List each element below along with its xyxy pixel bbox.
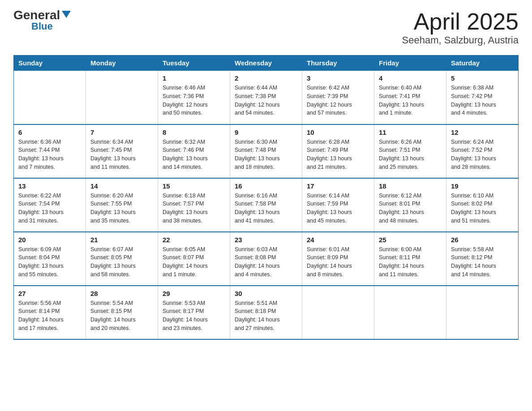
calendar-cell: 20Sunrise: 6:09 AMSunset: 8:04 PMDayligh… — [14, 232, 86, 286]
calendar-week-3: 13Sunrise: 6:22 AMSunset: 7:54 PMDayligh… — [14, 178, 519, 232]
day-number: 1 — [163, 74, 225, 82]
calendar-week-1: 1Sunrise: 6:46 AMSunset: 7:36 PMDaylight… — [14, 71, 519, 124]
day-number: 27 — [18, 290, 81, 297]
day-number: 23 — [235, 236, 297, 244]
day-number: 7 — [90, 128, 153, 136]
day-info: Sunrise: 6:24 AMSunset: 7:52 PMDaylight:… — [451, 138, 514, 171]
calendar-cell: 23Sunrise: 6:03 AMSunset: 8:08 PMDayligh… — [230, 232, 302, 286]
day-number: 13 — [18, 182, 81, 190]
day-number: 17 — [307, 182, 369, 190]
day-number: 19 — [451, 182, 514, 190]
day-info: Sunrise: 6:30 AMSunset: 7:48 PMDaylight:… — [235, 138, 297, 171]
day-number: 2 — [235, 74, 297, 82]
day-number: 28 — [90, 290, 153, 297]
day-info: Sunrise: 5:51 AMSunset: 8:18 PMDaylight:… — [235, 299, 297, 333]
page-header: General Blue April 2025 Seeham, Salzburg… — [13, 9, 519, 46]
day-info: Sunrise: 6:38 AMSunset: 7:42 PMDaylight:… — [451, 84, 514, 117]
column-header-tuesday: Tuesday — [158, 56, 230, 71]
day-number: 15 — [163, 182, 225, 190]
day-info: Sunrise: 6:01 AMSunset: 8:09 PMDaylight:… — [307, 245, 369, 279]
calendar-table: SundayMondayTuesdayWednesdayThursdayFrid… — [13, 55, 519, 340]
day-info: Sunrise: 5:56 AMSunset: 8:14 PMDaylight:… — [18, 299, 81, 333]
day-number: 26 — [451, 236, 514, 244]
day-info: Sunrise: 5:54 AMSunset: 8:15 PMDaylight:… — [90, 299, 153, 333]
day-info: Sunrise: 6:22 AMSunset: 7:54 PMDaylight:… — [18, 192, 81, 225]
day-info: Sunrise: 5:58 AMSunset: 8:12 PMDaylight:… — [451, 245, 514, 279]
logo-general-text: General — [13, 9, 60, 21]
calendar-cell: 1Sunrise: 6:46 AMSunset: 7:36 PMDaylight… — [158, 71, 230, 124]
day-info: Sunrise: 6:03 AMSunset: 8:08 PMDaylight:… — [235, 245, 297, 279]
day-number: 11 — [379, 128, 442, 136]
day-info: Sunrise: 6:36 AMSunset: 7:44 PMDaylight:… — [18, 138, 81, 171]
calendar-cell: 24Sunrise: 6:01 AMSunset: 8:09 PMDayligh… — [302, 232, 374, 286]
logo-blue-text: Blue — [31, 21, 53, 31]
calendar-cell: 28Sunrise: 5:54 AMSunset: 8:15 PMDayligh… — [86, 286, 158, 339]
column-header-thursday: Thursday — [302, 56, 374, 71]
day-info: Sunrise: 6:28 AMSunset: 7:49 PMDaylight:… — [307, 138, 369, 171]
calendar-cell: 7Sunrise: 6:34 AMSunset: 7:45 PMDaylight… — [86, 124, 158, 178]
day-number: 18 — [379, 182, 442, 190]
calendar-cell: 2Sunrise: 6:44 AMSunset: 7:38 PMDaylight… — [230, 71, 302, 124]
day-number: 21 — [90, 236, 153, 244]
calendar-week-4: 20Sunrise: 6:09 AMSunset: 8:04 PMDayligh… — [14, 232, 519, 286]
day-info: Sunrise: 6:20 AMSunset: 7:55 PMDaylight:… — [90, 192, 153, 225]
column-header-friday: Friday — [374, 56, 446, 71]
calendar-cell: 10Sunrise: 6:28 AMSunset: 7:49 PMDayligh… — [302, 124, 374, 178]
calendar-cell: 11Sunrise: 6:26 AMSunset: 7:51 PMDayligh… — [374, 124, 446, 178]
day-info: Sunrise: 6:32 AMSunset: 7:46 PMDaylight:… — [163, 138, 225, 171]
title-block: April 2025 Seeham, Salzburg, Austria — [402, 9, 519, 46]
day-info: Sunrise: 5:53 AMSunset: 8:17 PMDaylight:… — [163, 299, 225, 333]
calendar-cell: 6Sunrise: 6:36 AMSunset: 7:44 PMDaylight… — [14, 124, 86, 178]
calendar-cell — [14, 71, 86, 124]
day-info: Sunrise: 6:00 AMSunset: 8:11 PMDaylight:… — [379, 245, 442, 279]
day-info: Sunrise: 6:05 AMSunset: 8:07 PMDaylight:… — [163, 245, 225, 279]
day-number: 22 — [163, 236, 225, 244]
calendar-cell: 16Sunrise: 6:16 AMSunset: 7:58 PMDayligh… — [230, 178, 302, 232]
column-header-monday: Monday — [86, 56, 158, 71]
day-number: 12 — [451, 128, 514, 136]
day-number: 3 — [307, 74, 369, 82]
calendar-cell: 14Sunrise: 6:20 AMSunset: 7:55 PMDayligh… — [86, 178, 158, 232]
calendar-cell — [374, 286, 446, 339]
day-info: Sunrise: 6:09 AMSunset: 8:04 PMDaylight:… — [18, 245, 81, 279]
calendar-cell: 3Sunrise: 6:42 AMSunset: 7:39 PMDaylight… — [302, 71, 374, 124]
calendar-cell: 30Sunrise: 5:51 AMSunset: 8:18 PMDayligh… — [230, 286, 302, 339]
day-number: 14 — [90, 182, 153, 190]
calendar-cell: 12Sunrise: 6:24 AMSunset: 7:52 PMDayligh… — [446, 124, 519, 178]
day-number: 6 — [18, 128, 81, 136]
logo: General Blue — [13, 9, 71, 31]
day-info: Sunrise: 6:07 AMSunset: 8:05 PMDaylight:… — [90, 245, 153, 279]
calendar-cell: 25Sunrise: 6:00 AMSunset: 8:11 PMDayligh… — [374, 232, 446, 286]
calendar-cell: 22Sunrise: 6:05 AMSunset: 8:07 PMDayligh… — [158, 232, 230, 286]
day-info: Sunrise: 6:18 AMSunset: 7:57 PMDaylight:… — [163, 192, 225, 225]
calendar-cell — [86, 71, 158, 124]
day-info: Sunrise: 6:40 AMSunset: 7:41 PMDaylight:… — [379, 84, 442, 117]
logo-triangle-icon — [62, 11, 71, 18]
day-number: 10 — [307, 128, 369, 136]
day-number: 25 — [379, 236, 442, 244]
calendar-cell: 29Sunrise: 5:53 AMSunset: 8:17 PMDayligh… — [158, 286, 230, 339]
calendar-cell: 5Sunrise: 6:38 AMSunset: 7:42 PMDaylight… — [446, 71, 519, 124]
day-number: 8 — [163, 128, 225, 136]
calendar-cell: 8Sunrise: 6:32 AMSunset: 7:46 PMDaylight… — [158, 124, 230, 178]
calendar-week-2: 6Sunrise: 6:36 AMSunset: 7:44 PMDaylight… — [14, 124, 519, 178]
calendar-cell: 17Sunrise: 6:14 AMSunset: 7:59 PMDayligh… — [302, 178, 374, 232]
day-info: Sunrise: 6:42 AMSunset: 7:39 PMDaylight:… — [307, 84, 369, 117]
day-number: 29 — [163, 290, 225, 297]
calendar-cell — [302, 286, 374, 339]
page-subtitle: Seeham, Salzburg, Austria — [402, 34, 519, 46]
calendar-cell: 18Sunrise: 6:12 AMSunset: 8:01 PMDayligh… — [374, 178, 446, 232]
day-info: Sunrise: 6:10 AMSunset: 8:02 PMDaylight:… — [451, 192, 514, 225]
column-header-sunday: Sunday — [14, 56, 86, 71]
calendar-week-5: 27Sunrise: 5:56 AMSunset: 8:14 PMDayligh… — [14, 286, 519, 339]
page-title: April 2025 — [402, 9, 519, 34]
day-info: Sunrise: 6:46 AMSunset: 7:36 PMDaylight:… — [163, 84, 225, 117]
day-info: Sunrise: 6:16 AMSunset: 7:58 PMDaylight:… — [235, 192, 297, 225]
day-info: Sunrise: 6:12 AMSunset: 8:01 PMDaylight:… — [379, 192, 442, 225]
column-header-saturday: Saturday — [446, 56, 519, 71]
calendar-cell: 13Sunrise: 6:22 AMSunset: 7:54 PMDayligh… — [14, 178, 86, 232]
calendar-cell: 4Sunrise: 6:40 AMSunset: 7:41 PMDaylight… — [374, 71, 446, 124]
day-number: 20 — [18, 236, 81, 244]
day-number: 4 — [379, 74, 442, 82]
calendar-cell: 26Sunrise: 5:58 AMSunset: 8:12 PMDayligh… — [446, 232, 519, 286]
